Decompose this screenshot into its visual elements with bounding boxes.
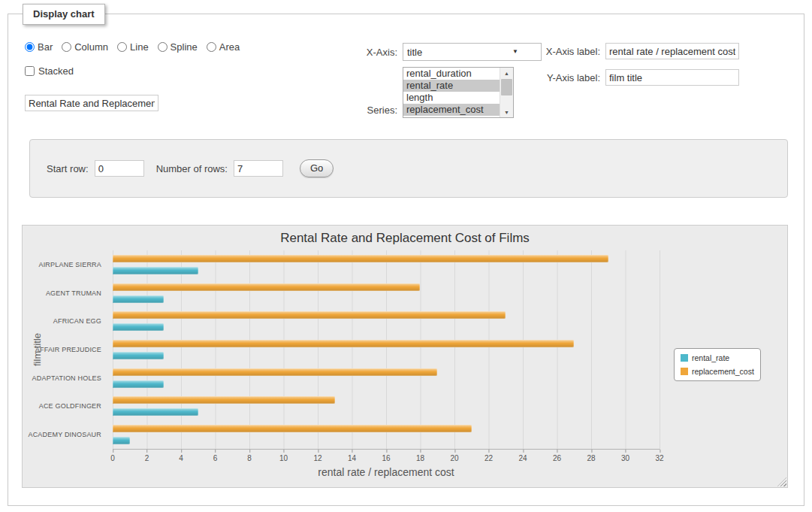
x-tick-label: 14 — [348, 454, 356, 462]
chart-type-radio-group: BarColumnLineSplineArea — [25, 41, 240, 53]
x-tick-label: 28 — [587, 454, 595, 462]
go-button[interactable]: Go — [300, 159, 334, 177]
series-label: Series: — [354, 105, 397, 118]
x-tick-label: 2 — [145, 454, 149, 462]
x-axis-ticks: 02468101214161820222426283032 — [113, 453, 660, 463]
x-tick-label: 32 — [655, 454, 663, 462]
legend-item-replacement_cost[interactable]: replacement_cost — [681, 367, 754, 376]
x-tick-label: 18 — [416, 454, 424, 462]
plot-area — [113, 250, 660, 450]
chart-container: Rental Rate and Replacement Cost of Film… — [22, 225, 788, 488]
bar-group — [113, 335, 660, 364]
chart-type-option-area[interactable]: Area — [207, 41, 240, 53]
bar-group — [113, 420, 660, 449]
bar-replacement_cost — [113, 311, 506, 319]
x-axis-label-label: X-Axis label: — [534, 46, 600, 57]
y-axis-label-group: Y-Axis label: — [534, 69, 739, 86]
x-axis-label-group: X-Axis label: — [534, 43, 739, 59]
series-option-rental_rate[interactable]: rental_rate — [403, 80, 500, 92]
start-row-label: Start row: — [47, 163, 89, 174]
bar-group — [113, 250, 660, 279]
bar-group — [113, 392, 660, 421]
chart-type-option-column[interactable]: Column — [62, 41, 108, 53]
chart-legend: rental_ratereplacement_cost — [674, 348, 761, 381]
x-axis-select-label: X-Axis: — [354, 47, 397, 58]
bar-rental_rate — [113, 267, 198, 274]
bar-replacement_cost — [113, 255, 608, 262]
series-option-rental_duration[interactable]: rental_duration — [403, 68, 500, 80]
chart-type-option-label: Area — [219, 41, 240, 53]
chart-type-radio-line[interactable] — [117, 42, 127, 52]
category-label: ADAPTATION HOLES — [23, 364, 107, 392]
chart-type-radio-spline[interactable] — [158, 42, 168, 52]
bar-group — [113, 307, 660, 335]
scroll-down-icon[interactable]: ▼ — [500, 107, 513, 117]
category-label: ACADEMY DINOSAUR — [23, 420, 107, 449]
row-controls-panel: Start row: Number of rows: Go — [29, 139, 788, 198]
stacked-label: Stacked — [38, 65, 74, 77]
series-scrollbar[interactable]: ▲ ▼ — [500, 68, 513, 117]
resize-handle-icon[interactable] — [777, 477, 786, 486]
x-tick-label: 6 — [213, 454, 218, 462]
number-of-rows-input[interactable] — [234, 160, 283, 177]
bar-rental_rate — [113, 380, 164, 388]
category-label: AFFAIR PREJUDICE — [23, 335, 107, 364]
chart-type-option-label: Line — [130, 41, 149, 53]
legend-swatch-icon — [681, 354, 688, 362]
legend-label: rental_rate — [692, 353, 729, 362]
category-label: ACE GOLDFINGER — [23, 392, 107, 421]
bar-rental_rate — [113, 323, 164, 331]
x-tick-label: 26 — [553, 454, 561, 462]
fieldset-legend: Display chart — [23, 4, 105, 25]
x-tick-label: 16 — [382, 454, 390, 462]
x-axis-label-input[interactable] — [605, 43, 739, 59]
chart-type-option-label: Column — [74, 41, 108, 53]
chart-title-input[interactable] — [25, 95, 158, 111]
bar-rental_rate — [113, 408, 198, 416]
chart-title: Rental Rate and Replacement Cost of Film… — [23, 231, 787, 246]
chart-type-radio-column[interactable] — [62, 42, 71, 52]
category-axis-labels: AIRPLANE SIERRAAGENT TRUMANAFRICAN EGGAF… — [23, 250, 107, 449]
series-options: rental_durationrental_ratelengthreplacem… — [403, 68, 513, 116]
x-axis-select[interactable]: title — [403, 43, 542, 61]
stacked-option[interactable]: Stacked — [25, 65, 74, 77]
category-label: AGENT TRUMAN — [23, 279, 107, 308]
scrollbar-thumb[interactable] — [501, 79, 512, 95]
x-tick-label: 24 — [518, 454, 527, 462]
chart-type-option-label: Spline — [171, 41, 198, 53]
legend-label: replacement_cost — [692, 367, 754, 376]
y-axis-label-label: Y-Axis label: — [534, 72, 600, 83]
x-tick-label: 12 — [313, 454, 321, 462]
legend-item-rental_rate[interactable]: rental_rate — [681, 353, 754, 362]
chart-type-radio-area[interactable] — [207, 42, 216, 52]
start-row-input[interactable] — [95, 160, 144, 177]
chart-type-radio-bar[interactable] — [25, 42, 35, 52]
chart-type-option-line[interactable]: Line — [117, 41, 149, 53]
series-select-group: Series: rental_durationrental_ratelength… — [354, 67, 514, 118]
chart-type-option-label: Bar — [38, 41, 53, 53]
bar-replacement_cost — [113, 283, 420, 291]
x-tick-label: 20 — [450, 454, 458, 462]
series-option-replacement_cost[interactable]: replacement_cost — [403, 104, 500, 116]
bar-replacement_cost — [113, 368, 437, 376]
x-tick-label: 22 — [484, 454, 493, 462]
bar-rental_rate — [113, 295, 164, 303]
bar-replacement_cost — [113, 340, 574, 347]
stacked-checkbox[interactable] — [25, 66, 35, 76]
bar-group — [113, 364, 660, 392]
series-listbox[interactable]: rental_durationrental_ratelengthreplacem… — [403, 67, 514, 118]
chart-type-option-bar[interactable]: Bar — [25, 41, 53, 53]
y-axis-label-input[interactable] — [605, 69, 739, 86]
bar-replacement_cost — [113, 425, 472, 432]
x-tick-label: 30 — [621, 454, 629, 462]
x-axis-select-group: X-Axis: title ▼ — [354, 43, 515, 61]
series-option-length[interactable]: length — [403, 92, 500, 104]
chart-type-option-spline[interactable]: Spline — [158, 41, 198, 53]
category-label: AIRPLANE SIERRA — [23, 250, 107, 279]
scroll-up-icon[interactable]: ▲ — [500, 68, 513, 78]
x-tick-label: 8 — [247, 454, 252, 462]
x-tick-label: 10 — [279, 454, 288, 462]
category-label: AFRICAN EGG — [23, 307, 107, 335]
number-of-rows-label: Number of rows: — [156, 163, 228, 174]
x-axis-title: rental rate / replacement cost — [113, 466, 660, 478]
